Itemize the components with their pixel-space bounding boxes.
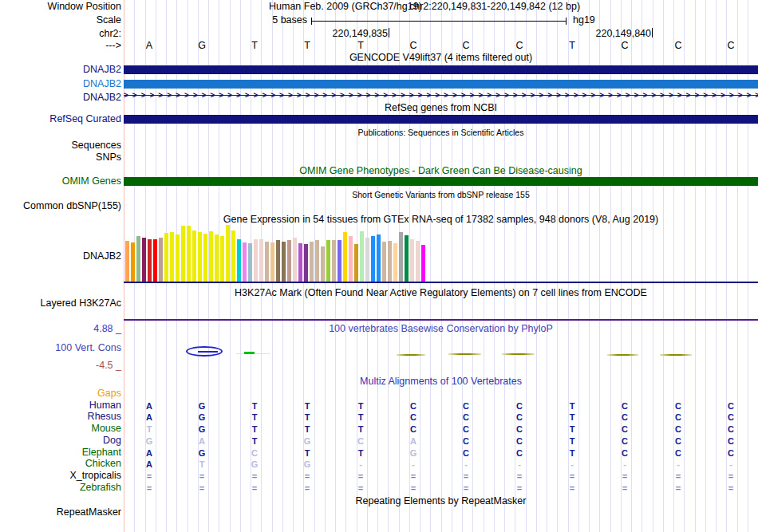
align-letter: C (516, 401, 523, 411)
align-letter: G (199, 412, 206, 422)
align-letter: T (252, 412, 258, 422)
align-letter: = (358, 471, 363, 481)
align-letter: C (728, 412, 734, 422)
align-letter: = (728, 483, 733, 493)
align-letter: C (622, 424, 628, 434)
align-letter: C (516, 448, 523, 458)
align-letter: C (728, 448, 734, 458)
align-letter: = (622, 471, 627, 481)
align-letter: T (570, 448, 575, 458)
align-letter: C (463, 448, 469, 458)
align-letter: C (622, 412, 628, 422)
align-letter: A (146, 459, 152, 469)
align-letter: C (622, 401, 628, 411)
align-letter: - (677, 459, 680, 469)
align-letter: = (305, 471, 310, 481)
align-letter: C (463, 436, 469, 446)
align-letter: C (675, 424, 681, 434)
align-letter: = (411, 483, 416, 493)
align-letter: C (410, 424, 417, 434)
align-letter: = (517, 483, 522, 493)
align-letter: C (463, 401, 469, 411)
multiz-alignment-layer: GapsHumanAGTTTCCCTCCCRhesusAGTTTCCCTCCCM… (0, 0, 758, 532)
align-letter: C (675, 436, 681, 446)
align-letter: = (464, 483, 468, 493)
align-letter: C (410, 412, 417, 422)
align-letter: C (463, 424, 469, 434)
align-letter: G (199, 448, 206, 458)
align-letter: G (251, 459, 259, 469)
align-letter: T (358, 448, 364, 458)
align-letter: C (463, 412, 469, 422)
align-letter: A (199, 436, 205, 446)
align-letter: = (305, 483, 310, 493)
align-letter: = (147, 471, 152, 481)
repeatmasker-track-title: Repeating Elements by RepeatMasker (124, 496, 758, 506)
align-letter: G (304, 436, 311, 446)
align-letter: C (675, 412, 681, 422)
align-letter: C (728, 436, 734, 446)
align-letter: T (358, 424, 364, 434)
align-letter: = (358, 483, 363, 493)
align-letter: = (622, 483, 627, 493)
multiz-row-label-rhesus[interactable]: Rhesus (88, 412, 121, 422)
align-letter: G (410, 448, 417, 458)
align-letter: - (570, 459, 574, 469)
align-letter: = (147, 483, 152, 493)
align-letter: C (410, 401, 417, 411)
align-letter: = (676, 471, 681, 481)
align-letter: T (305, 401, 310, 411)
align-letter: C (675, 448, 681, 458)
align-letter: = (199, 483, 204, 493)
align-letter: T (252, 436, 258, 446)
align-letter: G (304, 459, 311, 469)
align-letter: C (251, 448, 258, 458)
align-letter: A (410, 436, 417, 446)
align-letter: C (622, 436, 628, 446)
align-letter: = (676, 483, 681, 493)
align-letter: T (252, 401, 258, 411)
align-letter: T (570, 424, 575, 434)
multiz-row-label-elephant[interactable]: Elephant (82, 447, 121, 458)
align-letter: T (358, 401, 364, 411)
align-letter: C (728, 424, 734, 434)
align-letter: - (359, 459, 362, 469)
align-letter: T (570, 436, 575, 446)
align-letter: = (570, 483, 574, 493)
align-letter: C (728, 401, 734, 411)
align-letter: T (305, 424, 310, 434)
align-letter: C (516, 436, 523, 446)
multiz-row-label-mouse[interactable]: Mouse (91, 424, 121, 434)
align-letter: = (517, 471, 522, 481)
align-letter: - (412, 459, 415, 469)
align-letter: - (623, 459, 626, 469)
multiz-row-label-chicken[interactable]: Chicken (85, 459, 121, 469)
align-letter: A (146, 401, 152, 411)
align-letter: C (622, 448, 628, 458)
align-letter: C (675, 401, 681, 411)
genome-browser-image: Window Position Human Feb. 2009 (GRCh37/… (0, 0, 758, 532)
align-letter: T (199, 459, 205, 469)
align-letter: T (147, 424, 152, 434)
align-letter: = (252, 483, 257, 493)
align-letter: T (570, 401, 575, 411)
align-letter: T (252, 424, 258, 434)
align-letter: G (199, 424, 206, 434)
align-letter: A (146, 448, 152, 458)
align-letter: G (199, 401, 206, 411)
align-letter: T (305, 412, 310, 422)
multiz-row-label-zebrafish[interactable]: Zebrafish (80, 483, 121, 493)
align-letter: G (146, 436, 153, 446)
align-letter: C (516, 424, 523, 434)
multiz-row-label-gaps[interactable]: Gaps (97, 388, 121, 399)
multiz-row-label-x-tropicalis[interactable]: X_tropicalis (69, 471, 121, 481)
align-letter: T (358, 412, 364, 422)
align-letter: A (146, 412, 152, 422)
multiz-row-label-human[interactable]: Human (89, 400, 121, 411)
align-letter: = (570, 471, 574, 481)
align-letter: = (199, 471, 204, 481)
align-letter: C (357, 436, 364, 446)
multiz-row-label-dog[interactable]: Dog (103, 435, 121, 446)
track-label-repeatmasker[interactable]: RepeatMasker (57, 507, 121, 518)
align-letter: - (464, 459, 468, 469)
